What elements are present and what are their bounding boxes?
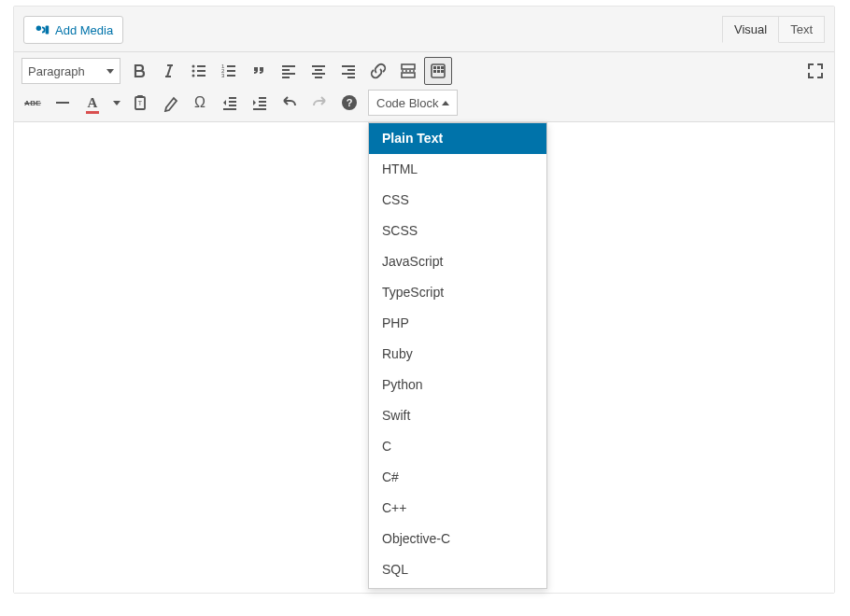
svg-rect-15 <box>437 70 440 73</box>
align-center-icon <box>309 62 328 80</box>
numbered-list-icon: 123 <box>220 62 238 80</box>
code-block-option[interactable]: C <box>369 431 546 462</box>
text-color-button[interactable]: A <box>78 89 106 117</box>
toolbar-row-2: ABE A T Ω ? Code Block <box>18 87 830 119</box>
chevron-down-icon <box>113 101 120 105</box>
strikethrough-button[interactable]: ABE <box>19 89 47 117</box>
toolbar-row-1: Paragraph 123 <box>18 55 830 87</box>
svg-rect-14 <box>433 70 436 73</box>
format-select-value: Paragraph <box>28 64 85 78</box>
link-icon <box>369 62 388 80</box>
paste-icon: T <box>131 93 149 112</box>
code-block-option[interactable]: CSS <box>369 185 546 216</box>
fullscreen-button[interactable] <box>801 57 829 85</box>
editor-topbar: Add Media Visual Text <box>14 7 834 52</box>
align-left-icon <box>279 62 298 80</box>
code-block-option[interactable]: Objective-C <box>369 524 546 554</box>
blockquote-icon <box>249 62 268 80</box>
code-block-option[interactable]: Ruby <box>369 339 546 370</box>
redo-button[interactable] <box>305 89 333 117</box>
svg-rect-16 <box>441 70 444 73</box>
horizontal-rule-icon <box>56 102 69 104</box>
add-media-button[interactable]: Add Media <box>23 16 123 44</box>
code-block-option[interactable]: Plain Text <box>369 123 546 154</box>
tab-visual[interactable]: Visual <box>722 16 779 43</box>
code-block-option[interactable]: C# <box>369 462 546 493</box>
align-center-button[interactable] <box>305 57 333 85</box>
code-block-option[interactable]: HTML <box>369 154 546 185</box>
add-media-label: Add Media <box>55 23 113 37</box>
indent-icon <box>250 93 269 112</box>
help-icon: ? <box>340 93 359 112</box>
italic-icon <box>160 62 178 80</box>
paste-text-button[interactable]: T <box>126 89 154 117</box>
chevron-up-icon <box>442 101 449 105</box>
undo-button[interactable] <box>276 89 304 117</box>
special-character-icon: Ω <box>194 94 205 111</box>
bold-button[interactable] <box>125 57 153 85</box>
code-block-dropdown-button[interactable]: Code Block <box>368 90 458 116</box>
read-more-icon <box>399 62 418 80</box>
svg-text:?: ? <box>347 97 353 108</box>
outdent-button[interactable] <box>216 89 244 117</box>
bold-icon <box>130 62 149 80</box>
code-block-dropdown-menu: Plain TextHTMLCSSSCSSJavaScriptTypeScrip… <box>368 122 547 589</box>
help-button[interactable]: ? <box>335 89 363 117</box>
svg-point-0 <box>36 26 41 31</box>
align-right-button[interactable] <box>334 57 362 85</box>
strikethrough-icon: ABE <box>24 99 41 107</box>
align-right-icon <box>339 62 358 80</box>
align-left-button[interactable] <box>275 57 303 85</box>
svg-point-3 <box>192 70 195 73</box>
svg-rect-9 <box>402 73 415 77</box>
svg-rect-11 <box>433 66 436 69</box>
svg-rect-18 <box>137 95 143 98</box>
text-color-icon: A <box>88 95 98 111</box>
italic-button[interactable] <box>155 57 183 85</box>
link-button[interactable] <box>364 57 392 85</box>
fullscreen-icon <box>806 62 825 80</box>
text-color-caret-button[interactable] <box>109 89 124 117</box>
code-block-option[interactable]: Python <box>369 370 546 400</box>
tab-text[interactable]: Text <box>778 16 825 43</box>
toolbar-toggle-button[interactable] <box>424 57 452 85</box>
svg-text:T: T <box>138 100 143 106</box>
code-block-option[interactable]: SQL <box>369 554 546 585</box>
read-more-button[interactable] <box>394 57 422 85</box>
clear-formatting-icon <box>161 93 179 112</box>
format-select[interactable]: Paragraph <box>21 58 120 84</box>
redo-icon <box>310 93 329 112</box>
undo-icon <box>280 93 299 112</box>
horizontal-rule-button[interactable] <box>49 89 77 117</box>
clear-formatting-button[interactable] <box>156 89 184 117</box>
code-block-option[interactable]: PHP <box>369 308 546 339</box>
svg-rect-13 <box>441 66 444 69</box>
numbered-list-button[interactable]: 123 <box>215 57 243 85</box>
editor-container: Add Media Visual Text Paragraph 123 <box>13 6 835 594</box>
media-icon <box>34 21 50 38</box>
svg-point-4 <box>192 75 195 77</box>
special-character-button[interactable]: Ω <box>186 89 214 117</box>
svg-text:3: 3 <box>221 73 225 78</box>
outdent-icon <box>220 93 239 112</box>
svg-rect-1 <box>46 26 50 35</box>
blockquote-button[interactable] <box>245 57 273 85</box>
code-block-option[interactable]: TypeScript <box>369 277 546 308</box>
chevron-down-icon <box>106 69 114 74</box>
code-block-option[interactable]: JavaScript <box>369 246 546 277</box>
editor-toolbar: Paragraph 123 ABE A T Ω <box>14 52 834 122</box>
toolbar-toggle-icon <box>429 62 447 80</box>
code-block-option[interactable]: SCSS <box>369 216 546 246</box>
indent-button[interactable] <box>246 89 274 117</box>
editor-content[interactable]: Plain TextHTMLCSSSCSSJavaScriptTypeScrip… <box>14 122 834 593</box>
editor-mode-tabs: Visual Text <box>723 16 825 43</box>
svg-rect-12 <box>437 66 440 69</box>
code-block-option[interactable]: C++ <box>369 493 546 524</box>
svg-point-2 <box>192 65 195 68</box>
code-block-option[interactable]: Swift <box>369 400 546 431</box>
bulleted-list-button[interactable] <box>185 57 213 85</box>
svg-rect-8 <box>402 64 415 69</box>
code-block-label: Code Block <box>376 96 438 110</box>
bulleted-list-icon <box>190 62 208 80</box>
